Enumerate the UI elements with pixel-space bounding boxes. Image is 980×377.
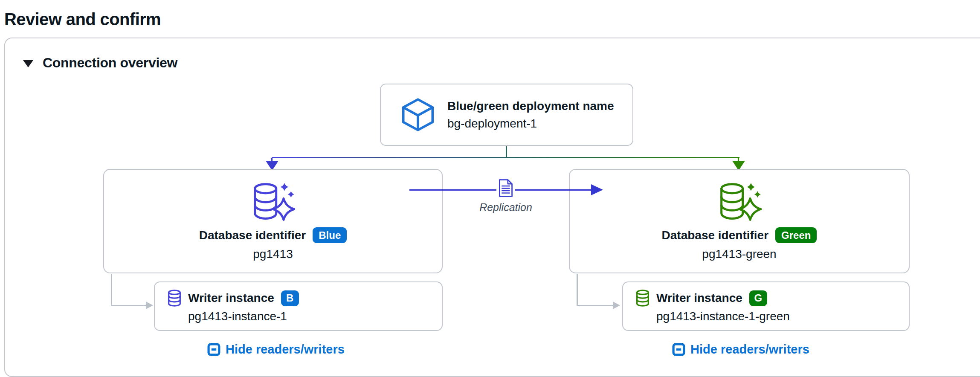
blue-database-node: Database identifier Blue pg1413 — [103, 169, 443, 273]
green-writer-connector-vertical — [577, 274, 578, 305]
cube-icon — [401, 97, 435, 132]
db-identifier-label: Database identifier — [199, 229, 306, 242]
writer-instance-name: pg1413-instance-1 — [188, 310, 442, 323]
database-sparkle-icon — [251, 181, 295, 224]
blue-hide-readers-writers-link[interactable]: Hide readers/writers — [207, 342, 345, 357]
blue-environment-badge: Blue — [313, 227, 347, 243]
replication-document-icon — [496, 179, 515, 197]
writer-blue-badge: B — [281, 290, 299, 306]
replication-label: Replication — [463, 201, 548, 214]
db-identifier-label: Database identifier — [662, 229, 769, 242]
blue-writer-connector-horizontal — [111, 305, 147, 306]
database-icon — [636, 289, 649, 307]
minus-square-icon — [672, 343, 685, 356]
collapse-triangle-icon[interactable] — [23, 60, 33, 67]
deployment-node: Blue/green deployment name bg-deployment… — [380, 84, 633, 146]
deployment-connector-stub — [506, 146, 507, 157]
green-writer-node: Writer instance G pg1413-instance-1-gree… — [622, 281, 910, 331]
green-database-node: Database identifier Green pg1413-green — [569, 169, 910, 273]
deployment-label: Blue/green deployment name — [447, 99, 614, 113]
green-writer-arrowhead-icon — [613, 302, 620, 309]
minus-square-icon — [207, 343, 220, 356]
green-hide-readers-writers-link[interactable]: Hide readers/writers — [672, 342, 809, 357]
writer-instance-name: pg1413-instance-1-green — [656, 310, 909, 323]
green-writer-connector-horizontal — [577, 305, 614, 306]
blue-writer-connector-vertical — [111, 274, 112, 305]
blue-writer-node: Writer instance B pg1413-instance-1 — [154, 281, 443, 331]
db-identifier-value: pg1413 — [253, 247, 293, 261]
db-identifier-value: pg1413-green — [702, 247, 776, 261]
database-sparkle-icon — [717, 181, 762, 224]
toggle-label: Hide readers/writers — [690, 342, 809, 357]
split-connector-line — [272, 157, 739, 158]
green-environment-badge: Green — [775, 227, 817, 243]
database-icon — [168, 289, 181, 307]
writer-instance-label: Writer instance — [188, 291, 274, 305]
replication-arrowhead-icon — [591, 184, 603, 195]
writer-green-badge: G — [749, 290, 767, 306]
section-title[interactable]: Connection overview — [43, 55, 177, 71]
blue-writer-arrowhead-icon — [146, 302, 153, 309]
toggle-label: Hide readers/writers — [226, 342, 345, 357]
deployment-name: bg-deployment-1 — [447, 117, 614, 130]
writer-instance-label: Writer instance — [656, 291, 742, 305]
page-title: Review and confirm — [4, 10, 161, 29]
page: Review and confirm Connection overview B… — [0, 0, 980, 377]
